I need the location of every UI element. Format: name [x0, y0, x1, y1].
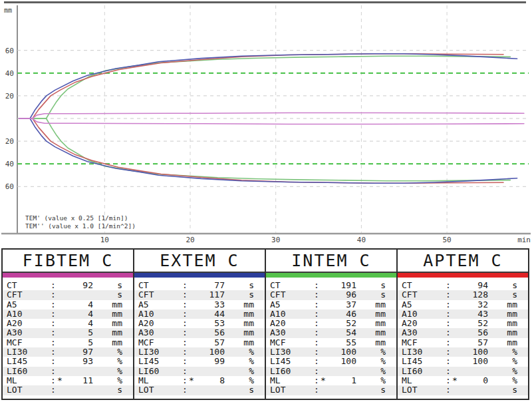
row-value: 99	[198, 357, 225, 366]
row-value: 100	[198, 347, 225, 357]
row-colon: :	[446, 309, 452, 319]
row-colon: :	[51, 367, 57, 376]
result-row-a5: A5:37mm	[266, 300, 396, 309]
row-colon: :	[51, 300, 57, 309]
svg-text:60: 60	[5, 47, 14, 55]
row-unit: %	[488, 376, 517, 385]
row-label: LI30	[398, 347, 446, 357]
result-row-a20: A20:52mm	[398, 319, 528, 328]
row-unit: mm	[356, 328, 386, 337]
panel-title-intem: INTEM C	[266, 250, 396, 273]
row-value: 4	[66, 319, 93, 328]
result-row-cft: CFT:117s	[134, 290, 265, 300]
row-flag: *	[452, 376, 462, 385]
row-label: CFT	[266, 290, 314, 300]
row-unit: s	[225, 281, 254, 290]
row-colon: :	[314, 376, 321, 385]
row-label: A20	[266, 319, 314, 328]
panel-rows-intem: CT:191sCFT:96sA5:37mmA10:46mmA20:52mmA30…	[266, 278, 396, 395]
row-colon: :	[51, 338, 57, 347]
row-label: A30	[134, 328, 182, 337]
result-row-li60: LI60:%	[266, 367, 396, 376]
chart-tick-labels: 6060404020201020304050mmmin	[4, 7, 531, 244]
result-row-a5: A5:33mm	[134, 300, 265, 309]
chart-gridlines	[17, 5, 529, 233]
row-label: A20	[398, 319, 446, 328]
row-colon: :	[314, 281, 321, 290]
svg-text:min: min	[517, 236, 531, 244]
row-unit: mm	[225, 300, 254, 309]
row-label: A30	[398, 328, 446, 337]
result-row-a30: A30:54mm	[266, 328, 396, 337]
row-colon: :	[182, 319, 189, 328]
row-value: 57	[462, 338, 488, 347]
row-unit: %	[356, 367, 386, 376]
row-colon: :	[314, 347, 321, 357]
result-row-a20: A20:4mm	[3, 319, 133, 328]
panel-colorbar-intem	[266, 273, 396, 278]
row-unit: mm	[356, 338, 386, 347]
result-row-a10: A10:46mm	[266, 309, 396, 319]
result-row-ct: CT:94s	[398, 281, 528, 290]
row-value: 191	[330, 281, 356, 290]
row-label: A30	[3, 328, 51, 337]
row-value: 0	[462, 376, 488, 385]
row-colon: :	[314, 367, 321, 376]
panel-title-fibtem: FIBTEM C	[3, 250, 133, 273]
row-unit: mm	[356, 319, 386, 328]
result-row-mcf: MCF:5mm	[3, 338, 133, 347]
result-row-cft: CFT:128s	[398, 290, 528, 300]
row-value: 11	[66, 376, 93, 385]
row-unit: %	[225, 376, 254, 385]
panel-aptem: APTEM C CT:94sCFT:128sA5:32mmA10:43mmA20…	[396, 250, 528, 399]
panel-rows-extem: CT:77sCFT:117sA5:33mmA10:44mmA20:53mmA30…	[134, 278, 265, 395]
row-colon: :	[446, 357, 452, 366]
row-unit: mm	[93, 338, 122, 347]
row-label: A5	[3, 300, 51, 309]
row-value: 55	[330, 338, 356, 347]
row-colon: :	[182, 376, 189, 385]
row-label: LI60	[266, 367, 314, 376]
row-label: CFT	[134, 290, 182, 300]
row-unit: %	[356, 347, 386, 357]
result-row-li45: LI45:93%	[3, 357, 133, 366]
row-label: LI60	[3, 367, 51, 376]
row-label: LI45	[398, 357, 446, 366]
results-table: FIBTEM C CT:92sCFT:sA5:4mmA10:4mmA20:4mm…	[1, 248, 529, 400]
result-row-a10: A10:43mm	[398, 309, 528, 319]
row-unit: s	[356, 385, 386, 395]
result-row-a30: A30:56mm	[134, 328, 265, 337]
row-value: 54	[330, 328, 356, 337]
row-colon: :	[314, 319, 321, 328]
row-colon: :	[51, 357, 57, 366]
row-label: A10	[3, 309, 51, 319]
result-row-mcf: MCF:57mm	[398, 338, 528, 347]
svg-text:20: 20	[5, 137, 14, 146]
result-row-cft: CFT:96s	[266, 290, 396, 300]
row-label: ML	[398, 376, 446, 385]
row-unit: s	[225, 385, 254, 395]
row-colon: :	[446, 328, 452, 337]
row-colon: :	[314, 300, 321, 309]
svg-text:10: 10	[100, 236, 109, 244]
row-colon: :	[182, 290, 189, 300]
row-value: 33	[198, 300, 225, 309]
row-label: ML	[266, 376, 314, 385]
row-colon: :	[182, 357, 189, 366]
row-value: 1	[330, 376, 356, 385]
panel-rows-fibtem: CT:92sCFT:sA5:4mmA10:4mmA20:4mmA30:5mmMC…	[3, 278, 133, 395]
result-row-a10: A10:44mm	[134, 309, 265, 319]
row-label: A5	[398, 300, 446, 309]
svg-text:40: 40	[357, 236, 366, 244]
row-colon: :	[182, 385, 189, 395]
row-unit: mm	[488, 328, 517, 337]
result-row-a5: A5:4mm	[3, 300, 133, 309]
result-row-ml: ML:*8%	[134, 376, 265, 385]
row-label: LOT	[3, 385, 51, 395]
row-unit: s	[225, 290, 254, 300]
row-colon: :	[446, 376, 452, 385]
row-colon: :	[182, 367, 189, 376]
row-colon: :	[446, 385, 452, 395]
svg-text:TEM' (value x 0.25 [1/min]): TEM' (value x 0.25 [1/min])	[25, 214, 128, 222]
row-label: A10	[134, 309, 182, 319]
